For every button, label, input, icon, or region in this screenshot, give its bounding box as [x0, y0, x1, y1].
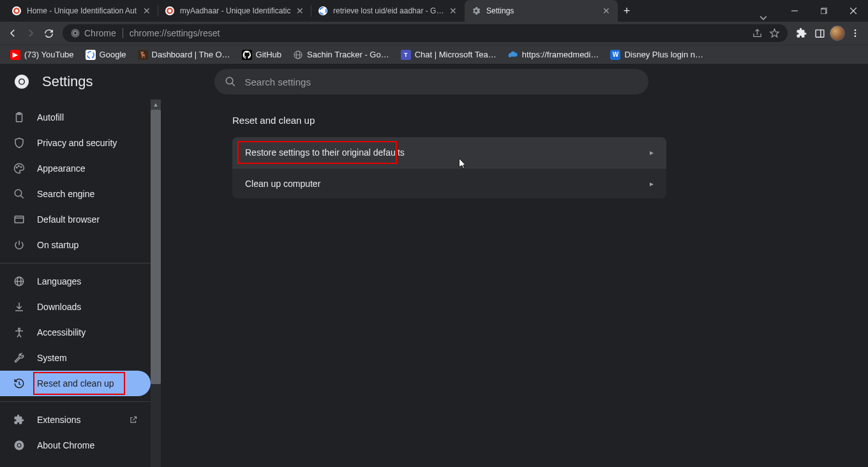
svg-point-26 — [226, 77, 233, 84]
site-chip-label: Chrome — [84, 28, 116, 38]
browser-tab[interactable]: retrieve lost uid/eid aadhar - Goc ✕ — [311, 0, 465, 22]
sidebar-item-label: Languages — [37, 276, 81, 286]
bookmark-item[interactable]: Google — [80, 47, 131, 63]
scrollbar-up-button[interactable]: ▲ — [151, 100, 161, 110]
settings-content: Reset and clean up Restore settings to t… — [161, 100, 868, 467]
browser-menu-button[interactable] — [846, 24, 864, 42]
tab-close-icon[interactable]: ✕ — [601, 6, 611, 16]
nav-forward-button[interactable] — [22, 24, 40, 42]
nav-reload-button[interactable] — [40, 24, 57, 42]
nav-back-button[interactable] — [4, 24, 22, 42]
bookmark-item[interactable]: 🦌Dashboard | The O… — [133, 47, 236, 63]
share-icon[interactable] — [752, 28, 763, 39]
bookmark-label: GitHub — [256, 50, 281, 59]
svg-line-34 — [20, 195, 24, 198]
restore-icon — [13, 378, 26, 389]
globe-icon — [13, 276, 26, 287]
extensions-icon — [13, 414, 26, 426]
window-maximize-button[interactable] — [809, 0, 839, 22]
sidebar-item-system[interactable]: System — [0, 345, 151, 371]
new-tab-button[interactable]: + — [618, 0, 636, 22]
window-minimize-button[interactable] — [780, 0, 809, 22]
settings-sidebar: Autofill Privacy and security Appearance… — [0, 100, 161, 467]
site-chip[interactable]: Chrome — [70, 28, 123, 38]
teams-icon: T — [401, 50, 411, 60]
settings-title: Settings — [42, 73, 93, 90]
side-panel-button[interactable] — [811, 24, 828, 42]
browser-tab-active[interactable]: Settings ✕ — [465, 0, 618, 22]
accessibility-icon — [13, 327, 26, 338]
bookmark-label: Google — [100, 50, 126, 59]
dashboard-icon: 🦌 — [138, 50, 148, 60]
bookmark-item[interactable]: https://framedmedi… — [503, 47, 604, 63]
bookmark-item[interactable]: TChat | Microsoft Tea… — [396, 47, 502, 63]
sidebar-item-appearance[interactable]: Appearance — [0, 156, 151, 181]
sidebar-item-autofill[interactable]: Autofill — [0, 105, 151, 130]
svg-rect-14 — [816, 29, 824, 36]
sidebar-item-label: Downloads — [37, 302, 81, 312]
browser-tab[interactable]: Home - Unique Identification Aut ✕ — [5, 0, 158, 22]
sidebar-item-label: On startup — [37, 240, 79, 250]
bookmark-item[interactable]: ▶(73) YouTube — [5, 47, 79, 63]
sidebar-item-privacy[interactable]: Privacy and security — [0, 130, 151, 156]
sidebar-item-about[interactable]: About Chrome — [0, 433, 151, 458]
svg-point-13 — [74, 32, 77, 34]
globe-icon — [293, 50, 303, 60]
github-icon — [242, 50, 252, 60]
bookmark-label: https://framedmedi… — [522, 50, 599, 59]
tab-title: Settings — [486, 6, 597, 15]
sidebar-item-label: Accessibility — [37, 327, 86, 337]
power-icon — [13, 239, 26, 251]
svg-point-25 — [20, 80, 24, 84]
svg-rect-8 — [821, 9, 826, 14]
svg-point-18 — [855, 35, 857, 37]
sidebar-item-label: Default browser — [37, 214, 100, 225]
favicon-uidai-icon — [11, 6, 22, 16]
svg-point-17 — [855, 33, 857, 34]
sidebar-item-search-engine[interactable]: Search engine — [0, 181, 151, 207]
tab-close-icon[interactable]: ✕ — [448, 6, 458, 16]
bookmark-item[interactable]: WDisney Plus login n… — [605, 47, 708, 63]
bookmark-item[interactable]: Sachin Tracker - Go… — [288, 47, 394, 63]
bookmark-label: Dashboard | The O… — [152, 50, 230, 59]
tab-close-icon[interactable]: ✕ — [295, 6, 305, 16]
setting-row-label: Restore settings to their original defau… — [245, 147, 405, 158]
sidebar-item-downloads[interactable]: Downloads — [0, 294, 151, 320]
tab-title: retrieve lost uid/eid aadhar - Goc — [333, 6, 444, 15]
chevron-right-icon: ▸ — [650, 148, 654, 157]
scrollbar-thumb[interactable] — [151, 110, 161, 384]
setting-row-restore-defaults[interactable]: Restore settings to their original defau… — [232, 137, 666, 168]
svg-point-5 — [168, 10, 172, 13]
bookmark-item[interactable]: GitHub — [237, 47, 287, 63]
search-icon — [225, 76, 236, 87]
sidebar-item-reset[interactable]: Reset and clean up — [0, 371, 151, 396]
tab-title: myAadhaar - Unique Identificatic — [180, 6, 291, 15]
svg-line-27 — [232, 83, 235, 86]
sidebar-item-accessibility[interactable]: Accessibility — [0, 320, 151, 345]
external-link-icon — [129, 415, 138, 424]
tab-search-button[interactable] — [751, 14, 776, 22]
window-close-button[interactable] — [839, 0, 868, 22]
sidebar-item-languages[interactable]: Languages — [0, 269, 151, 294]
sidebar-item-default-browser[interactable]: Default browser — [0, 207, 151, 232]
cloud-icon — [508, 50, 518, 60]
sidebar-item-on-startup[interactable]: On startup — [0, 232, 151, 258]
extensions-button[interactable] — [793, 24, 811, 42]
window-titlebar: Home - Unique Identification Aut ✕ myAad… — [0, 0, 868, 22]
bookmark-star-icon[interactable] — [769, 28, 780, 39]
favicon-settings-icon — [471, 6, 481, 16]
settings-search[interactable]: Search settings — [214, 69, 648, 94]
tab-close-icon[interactable]: ✕ — [142, 6, 152, 16]
sidebar-item-label: Extensions — [37, 415, 80, 425]
browser-tab[interactable]: myAadhaar - Unique Identificatic ✕ — [158, 0, 311, 22]
chrome-logo-icon — [13, 73, 31, 91]
sidebar-item-extensions[interactable]: Extensions — [0, 407, 151, 433]
setting-row-cleanup[interactable]: Clean up computer ▸ — [232, 168, 666, 198]
wrench-icon — [13, 352, 26, 364]
chrome-icon — [70, 28, 80, 38]
sidebar-separator — [0, 401, 151, 402]
profile-avatar[interactable] — [828, 24, 846, 42]
bookmark-label: Chat | Microsoft Tea… — [415, 50, 497, 59]
address-bar[interactable]: Chrome chrome://settings/reset — [63, 24, 788, 42]
svg-point-31 — [19, 166, 20, 167]
